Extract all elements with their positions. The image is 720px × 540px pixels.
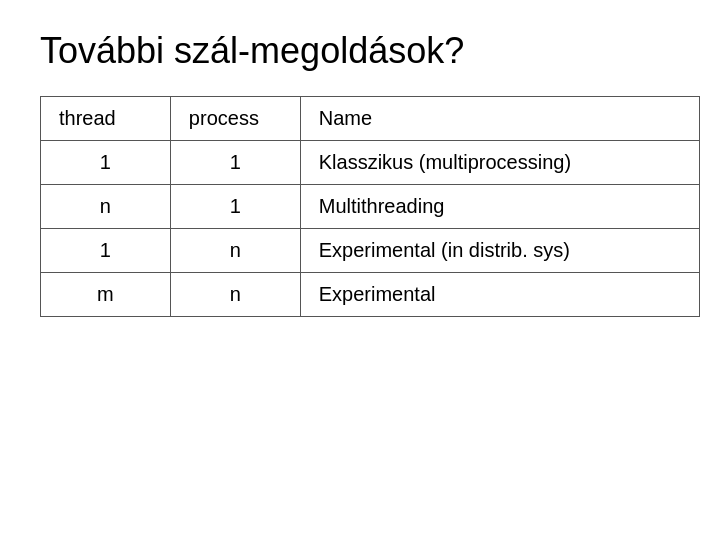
cell-process: n [170, 229, 300, 273]
table-row: mnExperimental [41, 273, 700, 317]
page-container: További szál-megoldások? thread process … [0, 0, 720, 540]
cell-thread: n [41, 185, 171, 229]
cell-thread: 1 [41, 229, 171, 273]
table-row: 1nExperimental (in distrib. sys) [41, 229, 700, 273]
col-header-thread: thread [41, 97, 171, 141]
table-row: n1Multithreading [41, 185, 700, 229]
col-header-process: process [170, 97, 300, 141]
table-row: 11Klasszikus (multiprocessing) [41, 141, 700, 185]
cell-name: Experimental [300, 273, 699, 317]
table-header-row: thread process Name [41, 97, 700, 141]
main-table: thread process Name 11Klasszikus (multip… [40, 96, 700, 317]
cell-process: n [170, 273, 300, 317]
cell-name: Experimental (in distrib. sys) [300, 229, 699, 273]
cell-process: 1 [170, 141, 300, 185]
cell-name: Klasszikus (multiprocessing) [300, 141, 699, 185]
cell-process: 1 [170, 185, 300, 229]
cell-thread: 1 [41, 141, 171, 185]
cell-name: Multithreading [300, 185, 699, 229]
page-title: További szál-megoldások? [40, 30, 680, 72]
col-header-name: Name [300, 97, 699, 141]
cell-thread: m [41, 273, 171, 317]
